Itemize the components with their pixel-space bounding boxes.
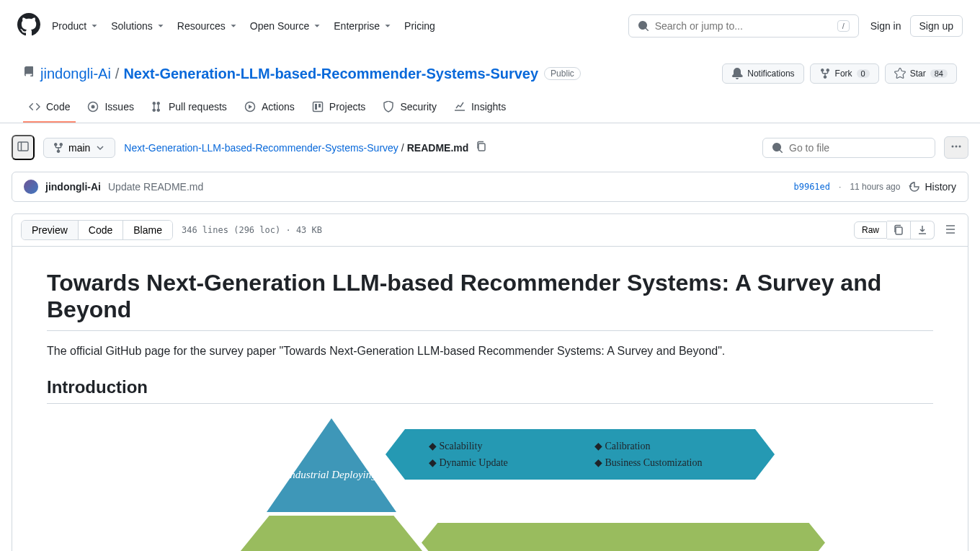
download-icon xyxy=(917,224,928,236)
go-to-file-box[interactable] xyxy=(762,138,935,158)
breadcrumb-repo-link[interactable]: Next-Generation-LLM-based-Recommender-Sy… xyxy=(124,142,398,154)
tab-actions[interactable]: Actions xyxy=(239,95,300,123)
pyramid-top-segment xyxy=(267,418,396,512)
chevron-down-icon xyxy=(156,21,166,31)
github-logo[interactable] xyxy=(17,13,40,39)
svg-point-9 xyxy=(952,146,954,148)
fork-icon xyxy=(819,68,831,79)
chevron-down-icon xyxy=(383,21,393,31)
branch-icon xyxy=(53,142,64,154)
repo-header: jindongli-Ai / Next-Generation-LLM-based… xyxy=(0,52,980,84)
breadcrumb-current-file: README.md xyxy=(407,142,469,154)
svg-point-10 xyxy=(956,146,958,148)
commit-message-link[interactable]: Update README.md xyxy=(108,181,203,193)
notifications-button[interactable]: Notifications xyxy=(722,63,803,84)
search-input[interactable] xyxy=(655,20,832,32)
raw-button[interactable]: Raw xyxy=(854,221,887,239)
branch-selector[interactable]: main xyxy=(43,138,115,158)
tab-insights[interactable]: Insights xyxy=(448,95,512,123)
copy-raw-button[interactable] xyxy=(887,221,911,239)
file-stats: 346 lines (296 loc) · 43 KB xyxy=(182,225,322,235)
insights-icon xyxy=(454,101,466,113)
breadcrumb: Next-Generation-LLM-based-Recommender-Sy… xyxy=(124,141,754,154)
auth-links: Sign in Sign up xyxy=(870,15,963,37)
file-header: Preview Code Blame 346 lines (296 loc) ·… xyxy=(12,214,968,247)
tab-pull-requests[interactable]: Pull requests xyxy=(146,95,233,123)
readme-intro-text: The official GitHub page for the survey … xyxy=(47,343,933,360)
search-icon xyxy=(772,142,783,154)
tab-issues[interactable]: Issues xyxy=(81,95,139,123)
tab-code[interactable]: Code xyxy=(23,95,76,123)
tab-projects[interactable]: Projects xyxy=(306,95,372,123)
nav-product[interactable]: Product xyxy=(52,14,99,38)
actions-icon xyxy=(244,101,256,113)
sidebar-toggle[interactable] xyxy=(12,135,35,160)
tab-security[interactable]: Security xyxy=(377,95,442,123)
view-blame-tab[interactable]: Blame xyxy=(122,221,172,239)
repo-tabs: Code Issues Pull requests Actions Projec… xyxy=(0,95,980,123)
sidebar-icon xyxy=(17,141,29,152)
search-icon xyxy=(638,20,649,32)
chevron-down-icon xyxy=(228,21,239,31)
nav-open-source[interactable]: Open Source xyxy=(250,14,323,38)
global-header: Product Solutions Resources Open Source … xyxy=(0,0,980,52)
code-icon xyxy=(29,101,40,113)
outline-button[interactable] xyxy=(942,221,959,240)
history-link[interactable]: History xyxy=(909,181,956,193)
star-icon xyxy=(894,68,906,79)
nav-pricing[interactable]: Pricing xyxy=(404,14,435,38)
svg-rect-4 xyxy=(315,104,317,110)
nav-solutions[interactable]: Solutions xyxy=(111,14,166,38)
view-code-tab[interactable]: Code xyxy=(78,221,122,239)
search-box[interactable]: / xyxy=(628,14,859,38)
pyramid-top-label: Industrial Deploying xyxy=(285,469,378,481)
diagram-banner-top: ◆ Scalability ◆ Calibration ◆ Dynamic Up… xyxy=(386,429,775,480)
fork-count: 0 xyxy=(857,69,870,78)
nav-resources[interactable]: Resources xyxy=(177,14,239,38)
view-toggle: Preview Code Blame xyxy=(21,220,173,240)
nav-enterprise[interactable]: Enterprise xyxy=(334,14,393,38)
readme-intro-heading: Introduction xyxy=(47,377,933,404)
pyramid-mid-segment xyxy=(234,516,429,551)
svg-point-11 xyxy=(959,146,961,148)
latest-commit-bar: jindongli-Ai Update README.md b9961ed · … xyxy=(12,172,968,202)
copy-icon xyxy=(893,224,904,236)
chevron-down-icon xyxy=(312,21,322,31)
readme-content: Towards Next-Generation LLM-based Recomm… xyxy=(12,247,968,551)
repo-path: jindongli-Ai / Next-Generation-LLM-based… xyxy=(40,66,538,82)
shield-icon xyxy=(383,101,394,113)
pull-request-icon xyxy=(151,101,163,113)
copy-path-button[interactable] xyxy=(476,141,487,154)
bell-icon xyxy=(731,68,743,79)
svg-rect-3 xyxy=(313,102,322,112)
star-count: 84 xyxy=(930,69,948,78)
star-button[interactable]: Star 84 xyxy=(885,63,957,84)
svg-rect-12 xyxy=(896,227,902,234)
sign-in-link[interactable]: Sign in xyxy=(870,20,901,32)
fork-button[interactable]: Fork 0 xyxy=(810,63,879,84)
repo-owner-link[interactable]: jindongli-Ai xyxy=(40,66,111,82)
issues-icon xyxy=(87,101,99,113)
chevron-down-icon xyxy=(94,142,106,154)
chevron-down-icon xyxy=(89,21,99,31)
commit-time: 11 hours ago xyxy=(850,182,900,192)
go-to-file-input[interactable] xyxy=(789,142,926,154)
repo-name-link[interactable]: Next-Generation-LLM-based-Recommender-Sy… xyxy=(123,66,538,82)
download-button[interactable] xyxy=(911,221,935,239)
sign-up-button[interactable]: Sign up xyxy=(910,15,963,37)
commit-hash-link[interactable]: b9961ed xyxy=(793,182,830,192)
readme-title: Towards Next-Generation LLM-based Recomm… xyxy=(47,270,933,331)
file-nav: main Next-Generation-LLM-based-Recommend… xyxy=(0,123,980,172)
svg-point-1 xyxy=(92,105,95,109)
repo-icon xyxy=(23,66,35,81)
avatar[interactable] xyxy=(24,180,38,194)
search-shortcut: / xyxy=(837,20,850,32)
copy-icon xyxy=(476,141,487,152)
more-options-button[interactable] xyxy=(944,136,968,159)
history-icon xyxy=(909,181,920,193)
svg-rect-5 xyxy=(318,104,321,107)
svg-rect-8 xyxy=(478,144,485,151)
commit-author-link[interactable]: jindongli-Ai xyxy=(45,181,101,193)
projects-icon xyxy=(312,101,324,113)
view-preview-tab[interactable]: Preview xyxy=(22,221,78,239)
